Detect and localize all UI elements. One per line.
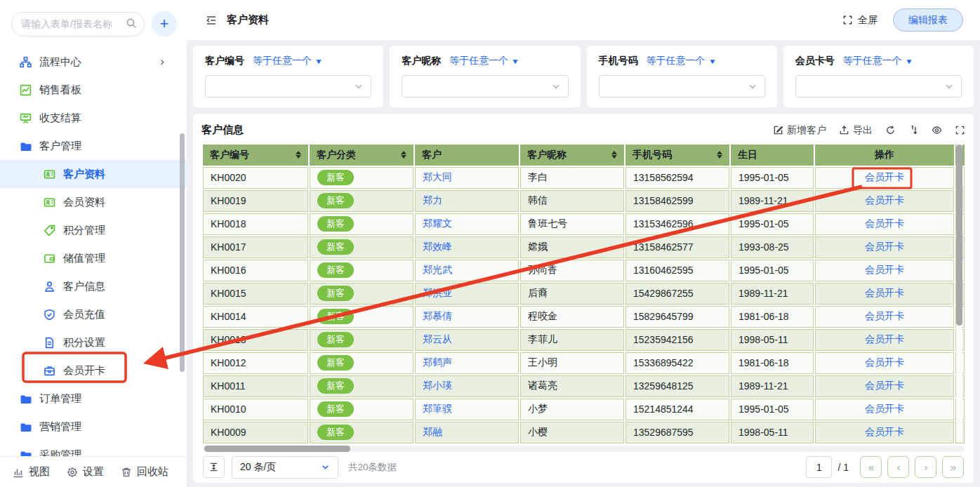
open-membership-card-link[interactable]: 会员开卡 <box>865 380 904 391</box>
sidebar-item-营销管理[interactable]: 营销管理 <box>0 413 187 441</box>
add-customer-button[interactable]: 新增客户 <box>773 124 826 137</box>
filter-value-select[interactable] <box>402 75 568 98</box>
table-fullscreen-button[interactable] <box>955 125 965 135</box>
sort-arrows-icon[interactable] <box>401 151 406 159</box>
customer-name-link[interactable]: 郑云从 <box>423 333 452 345</box>
page-number-input[interactable] <box>806 456 832 478</box>
filter-label: 会员卡号 <box>795 55 835 67</box>
footer-item-视图[interactable]: 视图 <box>13 465 50 479</box>
footer-item-回收站[interactable]: 回收站 <box>121 465 168 479</box>
next-page-button[interactable]: › <box>915 456 936 478</box>
sort-arrows-icon[interactable] <box>717 151 722 159</box>
filter-value-select[interactable] <box>599 75 765 98</box>
sidebar-item-订单管理[interactable]: 订单管理 <box>0 385 187 413</box>
customer-name-link[interactable]: 郑慕倩 <box>423 310 452 321</box>
open-membership-card-link[interactable]: 会员开卡 <box>865 426 904 437</box>
filter-operator-dropdown[interactable]: 等于任意一个▼ <box>449 55 519 67</box>
open-membership-card-link[interactable]: 会员开卡 <box>865 194 904 206</box>
table-vertical-scrollbar[interactable] <box>956 145 962 442</box>
column-header-客户分类[interactable]: 客户分类 <box>310 145 413 166</box>
customer-name-link[interactable]: 郑洪业 <box>423 287 452 298</box>
sort-arrows-icon[interactable] <box>296 151 301 159</box>
page-size-select[interactable]: 20 条/页 <box>232 456 338 479</box>
table-title: 客户信息 <box>201 124 244 137</box>
sort-arrows-icon[interactable] <box>611 151 617 159</box>
sidebar-item-会员资料[interactable]: 会员资料 <box>0 188 187 216</box>
sidebar-scrollbar[interactable] <box>180 133 185 372</box>
open-membership-card-link[interactable]: 会员开卡 <box>865 403 904 414</box>
customer-name-link[interactable]: 郑力 <box>423 194 442 206</box>
filter-value-select[interactable] <box>205 75 371 98</box>
search-input[interactable] <box>11 12 145 36</box>
refresh-button[interactable] <box>885 125 896 135</box>
chevron-down-icon <box>551 81 561 91</box>
customer-name-link[interactable]: 郑光武 <box>423 264 452 275</box>
cell-action: 会员开卡 <box>815 329 954 351</box>
collapse-sidebar-icon[interactable] <box>205 14 218 27</box>
sidebar-item-采购管理[interactable]: 采购管理 <box>0 441 187 456</box>
new-customer-badge: 新客 <box>317 355 354 371</box>
customer-name-link[interactable]: 郑融 <box>423 426 442 437</box>
open-membership-card-link[interactable]: 会员开卡 <box>865 310 904 321</box>
cell-birthday: 1981-06-18 <box>731 306 814 328</box>
filter-operator-dropdown[interactable]: 等于任意一个▼ <box>253 55 322 67</box>
prev-page-button[interactable]: ‹ <box>887 456 909 478</box>
cell-phone: 13529687595 <box>625 422 729 443</box>
column-header-客户昵称[interactable]: 客户昵称 <box>520 145 624 166</box>
sidebar-item-会员充值[interactable]: 会员充值 <box>0 300 187 328</box>
customer-name-link[interactable]: 郑鹤声 <box>423 356 452 368</box>
column-label: 生日 <box>738 149 757 161</box>
fullscreen-button[interactable]: 全屏 <box>842 14 878 27</box>
folder-icon <box>20 449 32 457</box>
open-membership-card-link[interactable]: 会员开卡 <box>865 333 904 345</box>
sidebar-item-销售看板[interactable]: 销售看板 <box>0 76 187 104</box>
sidebar-item-客户管理[interactable]: 客户管理 <box>0 132 187 160</box>
first-page-button[interactable]: « <box>860 456 882 478</box>
column-header-手机号码[interactable]: 手机号码 <box>625 145 729 166</box>
edit-report-button[interactable]: 编辑报表 <box>893 8 963 32</box>
sidebar-item-label: 客户信息 <box>63 280 105 293</box>
filter-operator-dropdown[interactable]: 等于任意一个▼ <box>647 55 716 67</box>
sidebar-item-会员开卡[interactable]: 会员开卡 <box>0 356 187 385</box>
add-form-button[interactable]: + <box>152 11 177 36</box>
cell-customer-category: 新客 <box>310 306 413 328</box>
cell-action: 会员开卡 <box>815 306 954 328</box>
sort-button[interactable] <box>908 125 919 135</box>
open-membership-card-link[interactable]: 会员开卡 <box>865 287 904 298</box>
sidebar-item-label: 客户资料 <box>63 168 105 181</box>
export-button[interactable]: 导出 <box>839 124 873 137</box>
footer-item-设置[interactable]: 设置 <box>67 465 104 479</box>
open-membership-card-link[interactable]: 会员开卡 <box>865 356 904 368</box>
cell-phone: 13153462596 <box>625 213 729 235</box>
table-horizontal-scrollbar[interactable] <box>203 446 965 452</box>
gear-icon <box>67 467 78 478</box>
customer-name-link[interactable]: 郑耀文 <box>423 218 452 229</box>
cell-phone: 15235942156 <box>625 329 729 351</box>
column-header-客户编号[interactable]: 客户编号 <box>203 145 308 166</box>
open-membership-card-link[interactable]: 会员开卡 <box>865 241 904 252</box>
sidebar-item-储值管理[interactable]: 储值管理 <box>0 244 187 272</box>
sidebar-item-积分设置[interactable]: 积分设置 <box>0 328 187 356</box>
customer-name-link[interactable]: 郑筆骙 <box>423 403 452 414</box>
filter-value-select[interactable] <box>795 75 962 98</box>
customer-name-link[interactable]: 郑效峰 <box>423 241 452 252</box>
sidebar-item-积分管理[interactable]: 积分管理 <box>0 216 187 244</box>
visibility-button[interactable] <box>932 125 942 135</box>
customer-name-link[interactable]: 郑小瑛 <box>423 380 452 391</box>
doc-icon <box>44 337 55 349</box>
table-row-KH0012: KH0012新客郑鹤声王小明153368954221981-06-18会员开卡 <box>203 352 965 374</box>
sidebar-item-流程中心[interactable]: 流程中心› <box>0 48 187 76</box>
filter-operator-dropdown[interactable]: 等于任意一个▼ <box>843 55 913 67</box>
table-row-KH0017: KH0017新客郑效峰嫦娥131584625771993-08-25会员开卡 <box>203 236 965 258</box>
cell-nickname: 嫦娥 <box>520 236 624 258</box>
last-page-button[interactable]: » <box>942 456 964 478</box>
row-height-button[interactable] <box>203 456 225 478</box>
open-membership-card-link[interactable]: 会员开卡 <box>865 264 904 275</box>
open-membership-card-link[interactable]: 会员开卡 <box>865 171 904 182</box>
sidebar-item-客户信息[interactable]: 客户信息 <box>0 272 187 300</box>
open-membership-card-link[interactable]: 会员开卡 <box>865 218 904 229</box>
sidebar-item-收支结算[interactable]: 收支结算 <box>0 104 187 132</box>
customer-name-link[interactable]: 郑大同 <box>423 171 452 182</box>
sidebar-item-客户资料[interactable]: 客户资料 <box>0 160 187 188</box>
sidebar-item-label: 订单管理 <box>39 392 81 406</box>
